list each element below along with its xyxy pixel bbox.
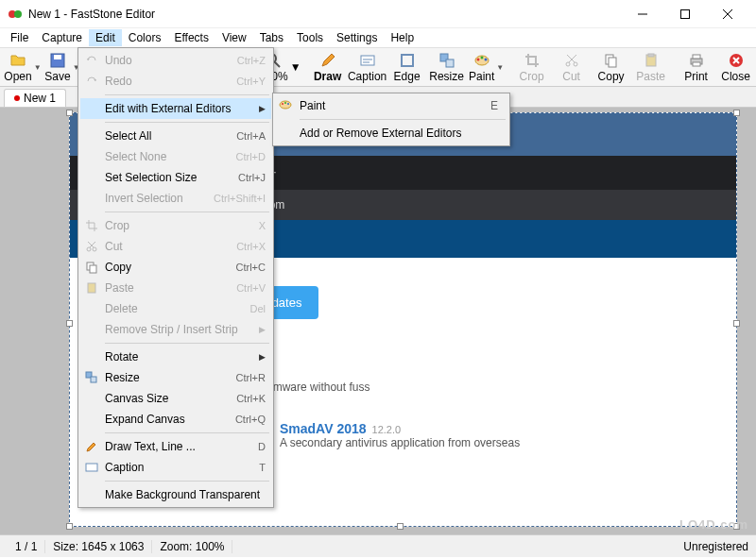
svg-rect-33	[90, 265, 96, 273]
maximize-button[interactable]	[663, 0, 706, 28]
print-button[interactable]: Print	[678, 50, 715, 85]
svg-point-41	[287, 103, 289, 105]
paint-button[interactable]: Paint▼	[468, 50, 506, 85]
menu-rotate[interactable]: Rotate▶	[80, 347, 271, 367]
svg-rect-28	[693, 62, 700, 66]
svg-rect-27	[693, 55, 700, 59]
titlebar: New 1 - FastStone Editor	[0, 0, 756, 28]
submenu-add-remove[interactable]: Add or Remove External Editors	[275, 123, 507, 144]
menu-set-selection-size[interactable]: Set Selection SizeCtrl+J	[80, 167, 271, 188]
menu-crop: CropX	[80, 215, 271, 236]
menu-caption[interactable]: CaptionT	[80, 457, 271, 478]
smadav-version: 12.2.0	[372, 424, 402, 435]
open-button[interactable]: Open▼	[4, 50, 42, 85]
menu-help[interactable]: Help	[384, 29, 421, 46]
resize-icon	[438, 52, 455, 69]
paste-icon	[643, 52, 660, 69]
caption-button[interactable]: Caption	[349, 50, 387, 85]
pencil-icon	[84, 439, 99, 454]
status-size: Size: 1645 x 1063	[45, 540, 152, 553]
scissors-icon	[563, 52, 580, 69]
svg-rect-7	[54, 55, 61, 59]
statusbar: 1 / 1 Size: 1645 x 1063 Zoom: 100% Unreg…	[0, 534, 756, 557]
svg-rect-36	[91, 377, 96, 382]
svg-point-21	[574, 62, 577, 66]
svg-point-20	[566, 62, 570, 66]
crop-label: Crop	[520, 70, 544, 83]
close-circle-icon	[728, 52, 745, 69]
close-label: Close	[721, 70, 750, 83]
smadav-description: A secondary antivirus application from o…	[280, 436, 520, 449]
status-zoom: Zoom: 100%	[152, 540, 232, 553]
selection-handle[interactable]	[397, 523, 404, 530]
menu-resize[interactable]: ResizeCtrl+R	[80, 367, 271, 388]
menu-edit-external[interactable]: Edit with External Editors▶	[80, 98, 271, 119]
svg-point-31	[93, 247, 96, 251]
menu-paste: PasteCtrl+V	[80, 278, 271, 298]
menu-edit[interactable]: Edit	[89, 29, 122, 46]
selection-handle[interactable]	[733, 320, 740, 327]
menu-separator	[105, 481, 269, 482]
svg-rect-10	[361, 56, 374, 65]
menu-tools[interactable]: Tools	[290, 29, 330, 46]
resize-label: Resize	[429, 70, 464, 83]
copy-button[interactable]: Copy	[593, 50, 630, 85]
document-tab[interactable]: New 1	[4, 89, 66, 107]
menu-canvas-size[interactable]: Canvas SizeCtrl+K	[80, 388, 271, 409]
chevron-right-icon: ▶	[259, 325, 266, 334]
crop-button[interactable]: Crop	[513, 50, 551, 85]
crop-icon	[84, 218, 99, 233]
menu-separator	[300, 119, 506, 120]
selection-handle[interactable]	[733, 110, 740, 116]
selection-handle[interactable]	[66, 110, 73, 116]
close-file-button[interactable]: Close	[717, 50, 755, 85]
svg-rect-23	[609, 58, 616, 67]
edge-icon	[399, 52, 416, 69]
menu-copy[interactable]: CopyCtrl+C	[80, 257, 271, 278]
cut-button[interactable]: Cut	[553, 50, 591, 85]
svg-point-1	[14, 10, 22, 18]
modified-dot-icon	[14, 95, 20, 101]
edge-button[interactable]: Edge	[388, 50, 426, 85]
draw-button[interactable]: Draw	[309, 50, 347, 85]
caption-icon	[359, 52, 376, 69]
save-button[interactable]: Save▼	[43, 50, 81, 85]
paint-icon	[473, 52, 490, 69]
menu-capture[interactable]: Capture	[35, 29, 89, 46]
menu-separator	[105, 343, 269, 344]
selection-handle[interactable]	[66, 523, 73, 530]
minimize-button[interactable]	[621, 0, 663, 28]
menu-invert-selection: Invert SelectionCtrl+Shift+I	[80, 188, 271, 209]
menu-redo: RedoCtrl+Y	[80, 71, 271, 92]
menu-separator	[105, 432, 269, 433]
svg-rect-37	[86, 464, 97, 471]
menu-select-none: Select NoneCtrl+D	[80, 146, 271, 167]
menu-colors[interactable]: Colors	[122, 29, 168, 46]
paste-icon	[84, 280, 99, 296]
resize-button[interactable]: Resize	[428, 50, 466, 85]
submenu-paint[interactable]: PaintE	[275, 95, 507, 116]
selection-handle[interactable]	[66, 320, 73, 327]
svg-point-39	[282, 103, 284, 105]
svg-point-18	[480, 56, 483, 59]
app-icon	[8, 7, 23, 22]
menu-draw-text[interactable]: Draw Text, Line ...D	[80, 436, 271, 457]
menu-cut: CutCtrl+X	[80, 236, 271, 257]
window-title: New 1 - FastStone Editor	[28, 8, 621, 21]
paint-icon	[279, 98, 294, 113]
menu-separator	[105, 94, 269, 95]
menu-tabs[interactable]: Tabs	[253, 29, 290, 46]
menu-expand-canvas[interactable]: Expand CanvasCtrl+Q	[80, 409, 271, 430]
resize-icon	[84, 370, 99, 385]
menu-make-bg-transparent[interactable]: Make Background Transparent	[80, 484, 271, 505]
paste-button[interactable]: Paste	[632, 50, 670, 85]
copy-label: Copy	[598, 70, 625, 83]
menu-select-all[interactable]: Select AllCtrl+A	[80, 126, 271, 146]
menu-settings[interactable]: Settings	[330, 29, 384, 46]
print-label: Print	[684, 70, 708, 83]
close-button[interactable]	[706, 0, 748, 28]
menu-view[interactable]: View	[215, 29, 253, 46]
svg-point-40	[284, 102, 286, 104]
menu-effects[interactable]: Effects	[167, 29, 215, 46]
menu-file[interactable]: File	[4, 29, 35, 46]
